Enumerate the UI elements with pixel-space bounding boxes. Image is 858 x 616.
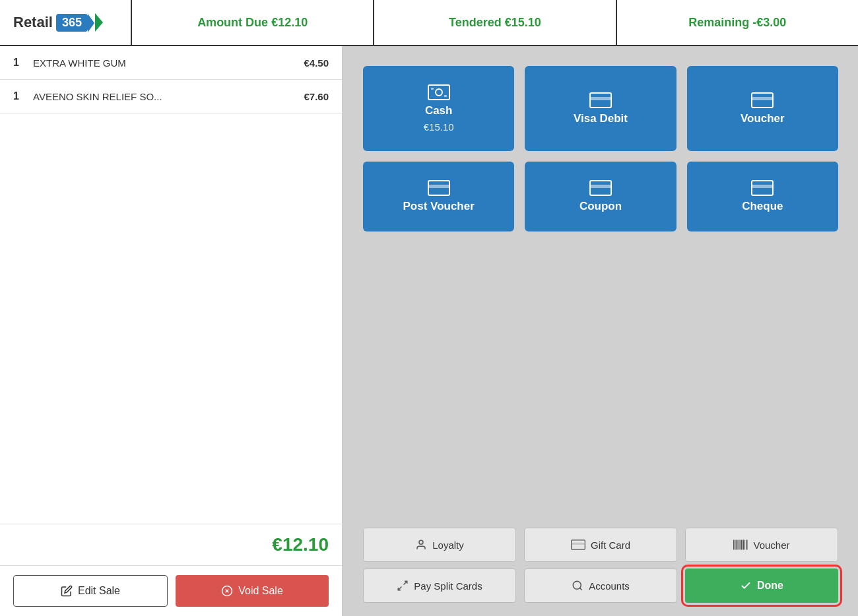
- tendered-value: €15.10: [505, 16, 541, 30]
- left-panel: 1 EXTRA WHITE GUM €4.50 1 AVEENO SKIN RE…: [0, 46, 343, 616]
- header: Retail 365 Amount Due €12.10 Tendered €1…: [0, 0, 858, 46]
- void-sale-label: Void Sale: [238, 585, 283, 597]
- total-value: €12.10: [272, 534, 329, 555]
- pay-split-cards-button[interactable]: Pay Split Cards: [363, 569, 516, 603]
- tendered-label: Tendered: [449, 16, 502, 30]
- void-sale-button[interactable]: Void Sale: [176, 575, 329, 607]
- svg-rect-25: [741, 540, 742, 550]
- accounts-label: Accounts: [589, 580, 630, 592]
- total-row: €12.10: [0, 524, 342, 565]
- amount-due-value: €12.10: [271, 16, 308, 30]
- svg-rect-20: [733, 540, 735, 550]
- right-spacer: [363, 245, 838, 528]
- visa-debit-label: Visa Debit: [574, 112, 628, 125]
- svg-rect-26: [742, 540, 744, 550]
- voucher2-label: Voucher: [753, 539, 789, 551]
- svg-rect-29: [748, 540, 748, 550]
- svg-rect-12: [428, 185, 449, 188]
- bottom-actions-row2: Pay Split Cards Accounts Done: [363, 569, 838, 603]
- logo-wrapper: Retail 365: [13, 13, 103, 32]
- amount-due-stat: Amount Due €12.10: [132, 0, 374, 45]
- visa-debit-button[interactable]: Visa Debit: [525, 66, 676, 151]
- remaining-value: -€3.00: [752, 16, 786, 30]
- bottom-actions-row1: Loyalty Gift Card: [363, 528, 838, 562]
- svg-rect-21: [735, 540, 736, 550]
- loyalty-label: Loyalty: [432, 539, 464, 551]
- split-icon: [397, 580, 409, 592]
- gift-card-button[interactable]: Gift Card: [524, 528, 677, 562]
- logo-area: Retail 365: [0, 0, 132, 45]
- svg-point-30: [573, 581, 581, 589]
- cash-icon: [428, 84, 450, 100]
- svg-rect-23: [739, 540, 739, 550]
- done-label: Done: [757, 580, 783, 592]
- svg-rect-16: [752, 185, 773, 188]
- svg-point-4: [436, 89, 442, 96]
- items-list: 1 EXTRA WHITE GUM €4.50 1 AVEENO SKIN RE…: [0, 46, 342, 524]
- logo-triangle-icon: [95, 13, 103, 32]
- remaining-stat: Remaining -€3.00: [617, 0, 858, 45]
- person-icon: [415, 539, 427, 551]
- item-qty: 1: [13, 90, 33, 102]
- gift-card-icon: [571, 539, 585, 550]
- item-price: €4.50: [304, 57, 329, 69]
- cheque-button[interactable]: Cheque: [687, 162, 838, 231]
- item-name: AVEENO SKIN RELIEF SO...: [33, 91, 304, 102]
- edit-icon: [61, 585, 73, 597]
- cash-label: Cash: [425, 104, 453, 117]
- tendered-stat: Tendered €15.10: [374, 0, 616, 45]
- coupon-icon: [589, 180, 612, 196]
- done-button[interactable]: Done: [685, 569, 838, 603]
- voucher-card-icon: [751, 92, 774, 108]
- svg-rect-10: [752, 97, 773, 100]
- right-panel: Cash €15.10 Visa Debit Voucher: [343, 46, 858, 616]
- table-row: 1 EXTRA WHITE GUM €4.50: [0, 46, 342, 80]
- accounts-button[interactable]: Accounts: [524, 569, 677, 603]
- cheque-icon: [751, 180, 774, 196]
- logo-text: Retail: [13, 14, 53, 31]
- payment-buttons-grid: Cash €15.10 Visa Debit Voucher: [363, 66, 838, 231]
- table-row: 1 AVEENO SKIN RELIEF SO... €7.60: [0, 80, 342, 113]
- post-voucher-label: Post Voucher: [403, 200, 475, 213]
- coupon-label: Coupon: [579, 200, 622, 213]
- gift-card-label: Gift Card: [591, 539, 630, 551]
- item-price: €7.60: [304, 91, 329, 102]
- amount-due-label: Amount Due: [197, 16, 268, 30]
- svg-rect-5: [431, 88, 434, 90]
- svg-rect-22: [737, 540, 738, 550]
- svg-rect-6: [444, 95, 447, 97]
- edit-sale-button[interactable]: Edit Sale: [13, 575, 168, 607]
- svg-rect-8: [590, 97, 611, 100]
- card-icon: [589, 92, 612, 108]
- void-icon: [221, 585, 233, 597]
- remaining-label: Remaining: [688, 16, 749, 30]
- main: 1 EXTRA WHITE GUM €4.50 1 AVEENO SKIN RE…: [0, 46, 858, 616]
- cash-amount: €15.10: [424, 121, 454, 133]
- post-voucher-button[interactable]: Post Voucher: [363, 162, 514, 231]
- voucher2-button[interactable]: Voucher: [685, 528, 838, 562]
- cheque-label: Cheque: [742, 200, 783, 213]
- item-qty: 1: [13, 57, 33, 69]
- svg-rect-27: [744, 540, 745, 550]
- svg-rect-24: [740, 540, 741, 550]
- svg-rect-3: [428, 85, 449, 100]
- voucher-button[interactable]: Voucher: [687, 66, 838, 151]
- svg-line-31: [580, 588, 582, 590]
- item-name: EXTRA WHITE GUM: [33, 57, 304, 69]
- svg-rect-28: [746, 540, 747, 550]
- post-voucher-icon: [428, 180, 450, 196]
- cash-button[interactable]: Cash €15.10: [363, 66, 514, 151]
- barcode-icon: [733, 539, 748, 551]
- svg-rect-14: [590, 185, 611, 188]
- check-icon: [740, 580, 752, 592]
- coupon-button[interactable]: Coupon: [525, 162, 676, 231]
- pay-split-cards-label: Pay Split Cards: [414, 580, 482, 592]
- header-stats: Amount Due €12.10 Tendered €15.10 Remain…: [132, 0, 858, 45]
- search-icon: [572, 580, 583, 592]
- bottom-buttons: Edit Sale Void Sale: [0, 565, 342, 616]
- edit-sale-label: Edit Sale: [78, 585, 120, 597]
- loyalty-button[interactable]: Loyalty: [363, 528, 516, 562]
- svg-point-17: [419, 540, 423, 544]
- logo-badge: 365: [56, 14, 88, 32]
- svg-rect-19: [572, 543, 585, 545]
